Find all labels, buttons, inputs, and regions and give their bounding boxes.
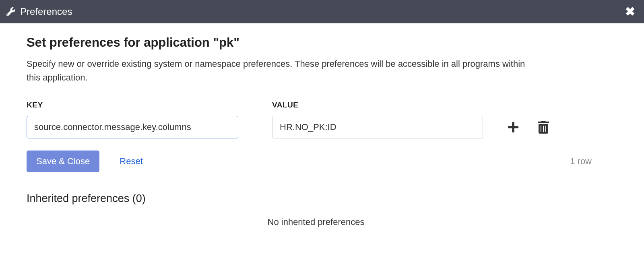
row-count: 1 row <box>570 156 592 167</box>
footer-row: Save & Close Reset 1 row <box>27 151 617 172</box>
reset-link[interactable]: Reset <box>120 156 142 167</box>
trash-icon[interactable] <box>538 121 549 134</box>
save-close-button[interactable]: Save & Close <box>27 151 99 172</box>
page-title: Set preferences for application "pk" <box>27 35 617 50</box>
kv-row <box>27 116 617 138</box>
close-icon[interactable]: ✖ <box>623 6 638 18</box>
kv-header: KEY VALUE <box>27 101 617 109</box>
plus-icon[interactable] <box>507 121 519 133</box>
value-input[interactable] <box>272 116 483 138</box>
modal-title: Preferences <box>20 6 72 17</box>
modal-header: Preferences ✖ <box>0 0 644 23</box>
inherited-preferences-title: Inherited preferences (0) <box>27 192 617 205</box>
modal-content: Set preferences for application "pk" Spe… <box>0 23 644 227</box>
page-description: Specify new or override existing system … <box>27 57 530 85</box>
column-header-key: KEY <box>27 101 272 109</box>
key-input[interactable] <box>27 116 238 138</box>
kv-actions <box>507 121 549 134</box>
no-inherited-message: No inherited preferences <box>14 217 617 227</box>
modal-header-left: Preferences <box>6 6 72 17</box>
wrench-icon <box>6 7 15 16</box>
footer-left: Save & Close Reset <box>27 151 143 172</box>
column-header-value: VALUE <box>272 101 298 109</box>
